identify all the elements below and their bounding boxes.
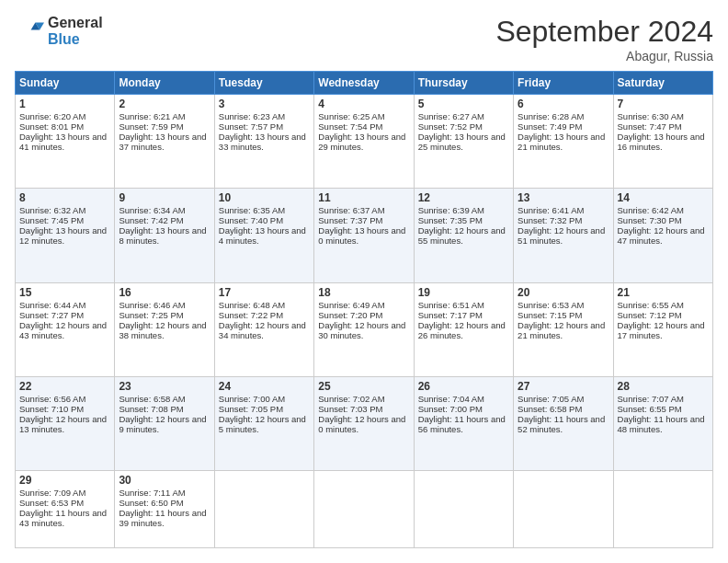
daylight: Daylight: 12 hours and 13 minutes. — [19, 414, 107, 434]
sunset: Sunset: 6:53 PM — [19, 498, 84, 508]
day-number: 8 — [19, 191, 110, 204]
day-cell: 4 Sunrise: 6:25 AM Sunset: 7:54 PM Dayli… — [314, 95, 414, 189]
sunset: Sunset: 8:01 PM — [19, 121, 84, 132]
day-cell: 29 Sunrise: 7:09 AM Sunset: 6:53 PM Dayl… — [16, 471, 115, 548]
day-cell: 25 Sunrise: 7:02 AM Sunset: 7:03 PM Dayl… — [314, 376, 414, 470]
day-number: 17 — [219, 286, 310, 299]
daylight: Daylight: 12 hours and 9 minutes. — [119, 414, 206, 434]
day-cell: 16 Sunrise: 6:46 AM Sunset: 7:25 PM Dayl… — [115, 282, 214, 376]
sunset: Sunset: 7:47 PM — [618, 121, 682, 132]
day-cell: 18 Sunrise: 6:49 AM Sunset: 7:20 PM Dayl… — [314, 282, 414, 376]
day-cell: 8 Sunrise: 6:32 AM Sunset: 7:45 PM Dayli… — [16, 189, 115, 282]
sunrise: Sunrise: 7:00 AM — [219, 394, 285, 404]
sunset: Sunset: 7:17 PM — [418, 310, 483, 320]
sunset: Sunset: 7:57 PM — [219, 121, 283, 132]
logo-text: General Blue — [48, 15, 103, 48]
daylight: Daylight: 13 hours and 41 minutes. — [19, 132, 107, 152]
daylight: Daylight: 12 hours and 34 minutes. — [219, 320, 306, 340]
day-number: 24 — [219, 380, 310, 393]
daylight: Daylight: 11 hours and 56 minutes. — [418, 414, 506, 434]
sunrise: Sunrise: 7:02 AM — [318, 394, 384, 404]
daylight: Daylight: 11 hours and 52 minutes. — [518, 414, 605, 434]
day-number: 29 — [19, 474, 110, 487]
day-number: 23 — [119, 380, 210, 393]
location: Abagur, Russia — [495, 49, 713, 63]
sunrise: Sunrise: 7:04 AM — [418, 394, 484, 404]
logo: General Blue — [15, 15, 103, 48]
daylight: Daylight: 12 hours and 0 minutes. — [318, 414, 405, 434]
sunrise: Sunrise: 6:44 AM — [19, 300, 85, 310]
sunset: Sunset: 7:10 PM — [19, 404, 84, 414]
daylight: Daylight: 13 hours and 16 minutes. — [618, 132, 705, 152]
day-cell: 9 Sunrise: 6:34 AM Sunset: 7:42 PM Dayli… — [115, 189, 214, 282]
sunrise: Sunrise: 6:41 AM — [518, 205, 584, 215]
sunrise: Sunrise: 6:39 AM — [418, 205, 484, 215]
day-cell: 2 Sunrise: 6:21 AM Sunset: 7:59 PM Dayli… — [115, 95, 214, 189]
day-number: 30 — [119, 474, 210, 487]
day-cell: 13 Sunrise: 6:41 AM Sunset: 7:32 PM Dayl… — [514, 189, 613, 282]
week-row: 1 Sunrise: 6:20 AM Sunset: 8:01 PM Dayli… — [16, 95, 713, 189]
title-block: September 2024 Abagur, Russia — [495, 15, 713, 63]
day-number: 6 — [518, 98, 609, 110]
col-friday: Friday — [514, 72, 613, 95]
sunrise: Sunrise: 7:07 AM — [618, 394, 684, 404]
day-number: 21 — [618, 286, 709, 299]
week-row: 8 Sunrise: 6:32 AM Sunset: 7:45 PM Dayli… — [16, 189, 713, 282]
week-row: 15 Sunrise: 6:44 AM Sunset: 7:27 PM Dayl… — [16, 282, 713, 376]
col-saturday: Saturday — [613, 72, 712, 95]
calendar-header-row: Sunday Monday Tuesday Wednesday Thursday… — [16, 72, 713, 95]
sunrise: Sunrise: 6:51 AM — [418, 300, 484, 310]
day-cell: 1 Sunrise: 6:20 AM Sunset: 8:01 PM Dayli… — [16, 95, 115, 189]
day-cell: 28 Sunrise: 7:07 AM Sunset: 6:55 PM Dayl… — [613, 376, 712, 470]
sunrise: Sunrise: 6:34 AM — [119, 205, 185, 215]
daylight: Daylight: 13 hours and 0 minutes. — [318, 225, 405, 246]
day-cell: 22 Sunrise: 6:56 AM Sunset: 7:10 PM Dayl… — [16, 376, 115, 470]
day-number: 5 — [418, 98, 509, 110]
month-title: September 2024 — [495, 15, 713, 49]
sunrise: Sunrise: 6:46 AM — [119, 300, 185, 310]
day-number: 12 — [418, 191, 509, 204]
sunset: Sunset: 7:32 PM — [518, 215, 582, 225]
sunset: Sunset: 7:05 PM — [219, 404, 283, 414]
sunrise: Sunrise: 6:28 AM — [518, 111, 584, 121]
day-number: 3 — [219, 98, 310, 110]
sunset: Sunset: 7:40 PM — [219, 215, 283, 225]
empty-cell — [414, 471, 513, 548]
day-number: 22 — [19, 380, 110, 393]
sunrise: Sunrise: 6:49 AM — [318, 300, 384, 310]
empty-cell — [314, 471, 414, 548]
daylight: Daylight: 11 hours and 43 minutes. — [19, 508, 107, 528]
day-number: 4 — [318, 98, 409, 110]
daylight: Daylight: 13 hours and 29 minutes. — [318, 132, 405, 152]
day-number: 16 — [119, 286, 210, 299]
day-number: 10 — [219, 191, 310, 204]
sunrise: Sunrise: 6:23 AM — [219, 111, 285, 121]
day-cell: 12 Sunrise: 6:39 AM Sunset: 7:35 PM Dayl… — [414, 189, 513, 282]
sunset: Sunset: 7:15 PM — [518, 310, 582, 320]
sunrise: Sunrise: 6:37 AM — [318, 205, 384, 215]
day-cell: 5 Sunrise: 6:27 AM Sunset: 7:52 PM Dayli… — [414, 95, 513, 189]
day-cell: 10 Sunrise: 6:35 AM Sunset: 7:40 PM Dayl… — [214, 189, 313, 282]
daylight: Daylight: 12 hours and 17 minutes. — [618, 320, 705, 340]
daylight: Daylight: 13 hours and 25 minutes. — [418, 132, 506, 152]
header: General Blue September 2024 Abagur, Russ… — [15, 15, 713, 63]
page: General Blue September 2024 Abagur, Russ… — [0, 0, 728, 563]
sunset: Sunset: 7:25 PM — [119, 310, 183, 320]
day-number: 18 — [318, 286, 409, 299]
day-cell: 24 Sunrise: 7:00 AM Sunset: 7:05 PM Dayl… — [214, 376, 313, 470]
daylight: Daylight: 12 hours and 43 minutes. — [19, 320, 107, 340]
day-cell: 15 Sunrise: 6:44 AM Sunset: 7:27 PM Dayl… — [16, 282, 115, 376]
sunset: Sunset: 7:12 PM — [618, 310, 682, 320]
day-cell: 17 Sunrise: 6:48 AM Sunset: 7:22 PM Dayl… — [214, 282, 313, 376]
sunset: Sunset: 7:20 PM — [318, 310, 382, 320]
sunrise: Sunrise: 6:56 AM — [19, 394, 85, 404]
col-wednesday: Wednesday — [314, 72, 414, 95]
sunrise: Sunrise: 6:58 AM — [119, 394, 185, 404]
sunrise: Sunrise: 6:27 AM — [418, 111, 484, 121]
sunset: Sunset: 6:55 PM — [618, 404, 682, 414]
sunset: Sunset: 7:35 PM — [418, 215, 483, 225]
sunrise: Sunrise: 6:32 AM — [19, 205, 85, 215]
sunrise: Sunrise: 6:42 AM — [618, 205, 684, 215]
day-number: 27 — [518, 380, 609, 393]
sunrise: Sunrise: 6:35 AM — [219, 205, 285, 215]
